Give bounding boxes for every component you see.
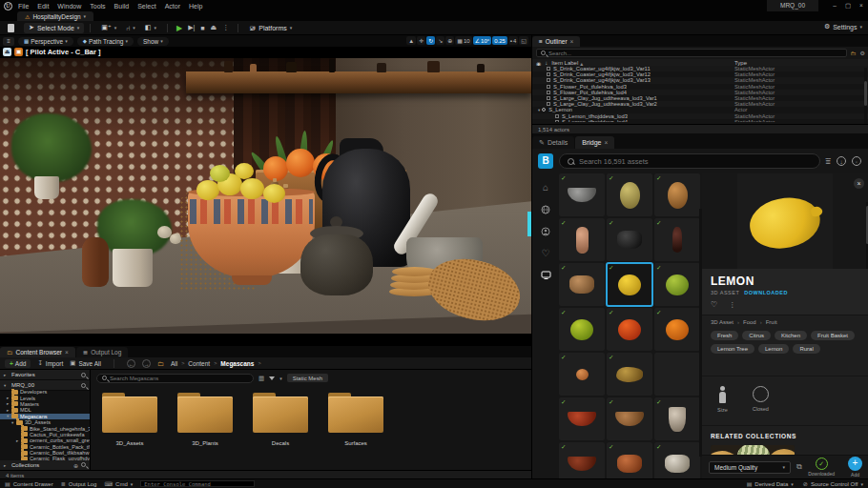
select-mode-dropdown[interactable]: ➤ Select Mode ▾ xyxy=(24,23,84,33)
rotate-tool-icon[interactable]: ↻ xyxy=(426,36,435,45)
add-content-button[interactable]: +Add xyxy=(5,359,31,368)
asset-black-pot[interactable]: ✓ xyxy=(607,218,652,261)
asset-apricot[interactable]: ✓ xyxy=(559,353,605,396)
menu-edit[interactable]: Edit xyxy=(37,3,49,10)
downloads-icon[interactable]: ↓ xyxy=(837,156,846,166)
tab-output-log[interactable]: ≣ Output Log xyxy=(76,347,129,357)
derived-data-button[interactable]: ▤ Derived Data ▾ xyxy=(747,480,794,487)
view-options-icon[interactable]: ▥ xyxy=(258,375,264,382)
scale-snap-toggle[interactable]: 0.25 xyxy=(492,36,507,45)
grid-snap-toggle[interactable]: ▦10 xyxy=(455,36,471,45)
play-options-kebab-icon[interactable]: ⋮ xyxy=(222,24,229,31)
local-icon[interactable] xyxy=(541,271,551,279)
select-tool-icon[interactable]: ▲ xyxy=(406,36,416,45)
menu-help[interactable]: Help xyxy=(189,3,202,10)
favorites-section[interactable]: ▸ Favorites xyxy=(0,370,90,380)
asset-dark-red-bowl[interactable]: ✓ xyxy=(559,442,605,478)
asset-clay-vase[interactable]: ✓ xyxy=(559,218,605,261)
folder-icon[interactable]: 🗀 xyxy=(851,51,857,56)
asset-stone-bowl[interactable]: ✓ xyxy=(559,173,605,216)
rotation-snap-toggle[interactable]: ∠10° xyxy=(473,36,491,45)
output-log-button[interactable]: ≣ Output Log xyxy=(61,480,97,487)
asset-orange[interactable]: ✓ xyxy=(654,308,700,351)
folder-surfaces[interactable]: Surfaces xyxy=(322,387,389,458)
expand-arrow-icon[interactable]: ▾ xyxy=(538,108,540,112)
filter-funnel-icon[interactable] xyxy=(269,376,275,380)
cmd-dropdown[interactable]: ⌨ Cmd ▾ xyxy=(104,480,133,487)
frame-skip-button[interactable]: ▶| xyxy=(188,24,195,31)
tab-bridge[interactable]: Bridge × xyxy=(575,136,614,149)
minimize-button[interactable]: ‒ xyxy=(828,0,841,11)
maximize-button[interactable]: ▢ xyxy=(841,0,855,11)
add-collection-icon[interactable]: ⊕ xyxy=(73,462,78,469)
tab-outliner[interactable]: ≡ Outliner × xyxy=(532,36,580,47)
folder-decals[interactable]: Decals xyxy=(247,387,314,458)
folder-3d_assets[interactable]: 3D_Assets xyxy=(96,387,163,458)
outliner-search-input[interactable] xyxy=(536,49,847,57)
add-actor-button[interactable]: ▣⁺▾ xyxy=(96,23,121,33)
maximize-viewport-icon[interactable]: ◱ xyxy=(519,36,528,45)
eject-button[interactable]: ⏏ xyxy=(211,24,217,31)
close-icon[interactable]: × xyxy=(65,349,69,356)
content-drawer-button[interactable]: ▤ Content Drawer xyxy=(5,480,53,487)
tab-details[interactable]: ✎ Details xyxy=(532,136,574,149)
close-icon[interactable]: × xyxy=(605,139,609,146)
settings-dropdown[interactable]: ⚙ Settings ▾ xyxy=(824,23,862,30)
asset-gourd[interactable]: ✓ xyxy=(654,173,700,216)
unreal-logo-icon[interactable]: U xyxy=(4,2,12,10)
menu-file[interactable]: File xyxy=(18,3,29,10)
viewport-pill-path-tracing[interactable]: ◆Path Tracing▾ xyxy=(77,37,134,46)
path-segment[interactable]: Megascans xyxy=(220,360,254,367)
asset-ribbed-pot[interactable]: ✓ xyxy=(607,442,652,478)
tag-citrus[interactable]: Citrus xyxy=(742,331,771,340)
asset-dried-cluster[interactable]: ✓ xyxy=(607,353,652,396)
outliner-row[interactable]: S_Lemon_tfhojddeva_lod4StaticMeshActor xyxy=(532,119,868,122)
cinematics-button[interactable]: ◧▾ xyxy=(140,23,161,33)
add-asset-button[interactable]: + Add xyxy=(848,457,862,478)
asset-brown-bowl[interactable]: ✓ xyxy=(607,397,652,440)
tag-fresh[interactable]: Fresh xyxy=(711,331,738,340)
asset-blood-orange[interactable]: ✓ xyxy=(607,308,652,351)
folder-3d_plants[interactable]: 3D_Plants xyxy=(172,387,238,458)
asset-stone-goblet[interactable]: ✓ xyxy=(654,397,700,440)
export-settings-icon[interactable]: ⧉ xyxy=(796,462,802,472)
world-space-icon[interactable]: ⊕ xyxy=(445,36,454,45)
tag-lemon[interactable]: Lemon xyxy=(758,344,789,354)
asset-red-bowl[interactable]: ✓ xyxy=(559,397,605,440)
globe-icon[interactable] xyxy=(541,205,550,214)
asset-empty[interactable] xyxy=(654,353,700,396)
platforms-dropdown[interactable]: 🖳 Platforms ▾ xyxy=(244,23,297,33)
breadcrumb-item[interactable]: Fruit xyxy=(766,319,777,325)
menu-tools[interactable]: Tools xyxy=(90,3,105,10)
forward-button[interactable]: → xyxy=(142,359,151,368)
tag-fruit-basket[interactable]: Fruit Basket xyxy=(811,331,855,340)
close-icon[interactable]: × xyxy=(570,38,574,45)
project-tab[interactable]: ⚠ HospitalityDesign ▾ xyxy=(17,11,93,21)
import-button[interactable]: ↧ Import xyxy=(37,359,63,367)
tag-kitchen[interactable]: Kitchen xyxy=(775,331,807,340)
asset-lemon[interactable]: ✓ xyxy=(607,263,652,306)
play-button[interactable]: ▶ xyxy=(176,24,182,32)
bridge-logo[interactable]: B xyxy=(538,153,553,169)
home-icon[interactable]: ⌂ xyxy=(543,183,548,193)
path-segment[interactable]: Content xyxy=(188,360,210,367)
account-icon[interactable]: ◦ xyxy=(852,156,861,166)
tab-content-browser[interactable]: 🗀 Content Browser × xyxy=(0,347,75,357)
breadcrumb-item[interactable]: Food xyxy=(743,319,756,325)
tag-lemon-tree[interactable]: Lemon Tree xyxy=(711,344,754,354)
source-control-button[interactable]: ⊘ Source Control Off ▾ xyxy=(803,480,863,487)
viewport-panel[interactable]: ≡ ▦Perspective▾◆Path Tracing▾Show▾ ▲ ✛ ↻… xyxy=(0,35,531,345)
viewport-menu-icon[interactable]: ≡ xyxy=(3,37,14,46)
back-button[interactable]: ← xyxy=(127,359,135,368)
tag-rural[interactable]: Rural xyxy=(793,344,819,354)
bridge-search-input[interactable] xyxy=(559,153,820,169)
path-segment[interactable]: All xyxy=(171,360,177,367)
eject-pilot-button[interactable]: ⏏ xyxy=(3,48,11,56)
menu-actor[interactable]: Actor xyxy=(165,3,180,10)
camera-speed-button[interactable]: ▪4 xyxy=(508,36,518,45)
asset-clay-pot-lid[interactable]: ✓ xyxy=(559,263,605,306)
save-all-button[interactable]: ▣ Save All xyxy=(70,359,101,367)
search-icon[interactable] xyxy=(81,373,86,377)
menu-select[interactable]: Select xyxy=(137,3,155,10)
gear-icon[interactable]: ⚙ xyxy=(860,50,865,56)
